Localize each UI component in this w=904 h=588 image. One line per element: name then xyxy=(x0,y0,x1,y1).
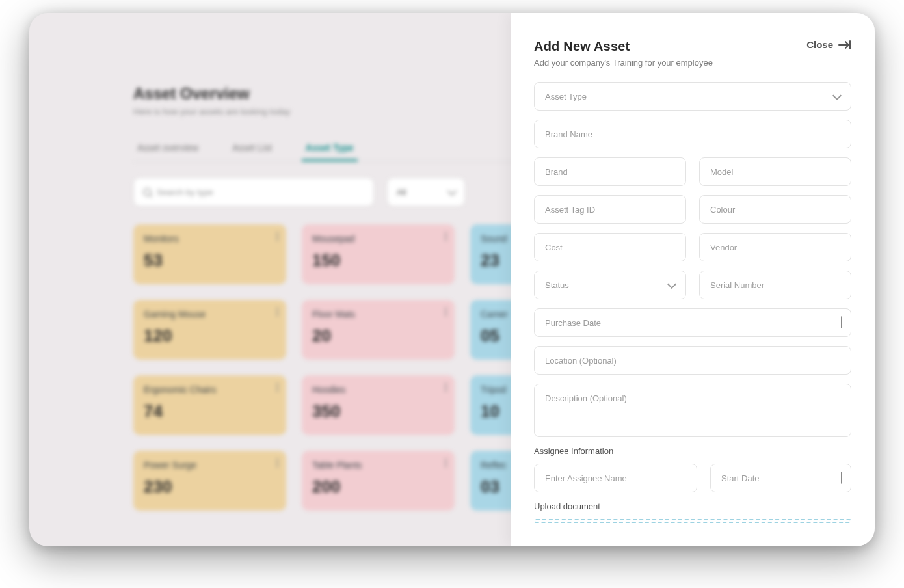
chevron-down-icon xyxy=(667,279,676,288)
brand-input[interactable] xyxy=(534,157,686,186)
colour-input[interactable] xyxy=(699,195,851,224)
card-label: Monitors xyxy=(144,234,276,244)
close-label: Close xyxy=(806,39,833,50)
more-icon[interactable] xyxy=(445,308,447,316)
asset-type-select[interactable]: Asset Type xyxy=(534,82,851,111)
filter-label: All xyxy=(397,187,406,197)
assignee-section-label: Assignee Information xyxy=(534,446,851,456)
model-input[interactable] xyxy=(699,157,851,186)
upload-dropzone[interactable] xyxy=(534,519,851,523)
card-value: 150 xyxy=(312,250,444,271)
tab-asset-list[interactable]: Asset List xyxy=(228,136,276,161)
add-asset-drawer: Add New Asset Close Add your company's T… xyxy=(511,13,875,546)
card-label: Mousepad xyxy=(312,234,444,244)
card-value: 350 xyxy=(312,401,444,421)
more-icon[interactable] xyxy=(276,383,278,392)
asset-type-card[interactable]: Mousepad150 xyxy=(302,224,455,284)
card-label: Hoodies xyxy=(312,384,444,395)
asset-type-card[interactable]: Hoodies350 xyxy=(302,375,455,435)
upload-section-label: Upload document xyxy=(534,501,851,511)
status-placeholder: Status xyxy=(545,280,569,290)
search-placeholder: Search by type xyxy=(157,187,213,197)
search-input[interactable]: Search by type xyxy=(133,178,374,206)
asset-type-card[interactable]: Gaming Mouse120 xyxy=(133,300,286,360)
location-input[interactable] xyxy=(534,346,851,375)
search-icon xyxy=(143,188,152,196)
card-value: 200 xyxy=(312,477,444,497)
tab-asset-type[interactable]: Asset Type xyxy=(302,136,358,161)
close-button[interactable]: Close xyxy=(806,39,851,50)
card-value: 20 xyxy=(312,326,444,346)
description-textarea[interactable] xyxy=(534,384,851,437)
serial-number-input[interactable] xyxy=(699,271,851,299)
asset-tag-input[interactable] xyxy=(534,195,686,224)
drawer-header: Add New Asset Close xyxy=(534,39,851,54)
card-value: 74 xyxy=(144,401,276,421)
card-label: Table Plants xyxy=(312,460,444,470)
brand-name-input[interactable] xyxy=(534,120,851,148)
card-label: Floor Mats xyxy=(312,309,444,319)
app-shell: Asset Overview Here is how your assets a… xyxy=(29,13,875,546)
assignee-name-input[interactable] xyxy=(534,464,697,492)
drawer-title: Add New Asset xyxy=(534,39,630,54)
more-icon[interactable] xyxy=(276,459,278,467)
card-value: 120 xyxy=(144,326,276,346)
card-value: 53 xyxy=(144,250,276,271)
start-date-input[interactable] xyxy=(710,464,851,492)
card-value: 230 xyxy=(144,477,276,497)
card-label: Power Surge xyxy=(144,460,276,470)
purchase-date-input[interactable] xyxy=(534,308,851,337)
arrow-right-icon xyxy=(838,40,851,49)
status-select[interactable]: Status xyxy=(534,271,686,299)
asset-type-card[interactable]: Monitors53 xyxy=(133,224,286,284)
more-icon[interactable] xyxy=(445,459,447,467)
card-label: Gaming Mouse xyxy=(144,309,276,319)
drawer-subtitle: Add your company's Training for your emp… xyxy=(534,58,851,68)
asset-type-card[interactable]: Ergonomic Chairs74 xyxy=(133,375,286,435)
more-icon[interactable] xyxy=(445,232,447,241)
chevron-down-icon xyxy=(832,90,842,100)
tab-asset-overview[interactable]: Asset overview xyxy=(133,136,202,161)
asset-type-card[interactable]: Floor Mats20 xyxy=(302,300,455,360)
asset-type-card[interactable]: Table Plants200 xyxy=(302,451,455,511)
vendor-input[interactable] xyxy=(699,233,851,261)
chevron-down-icon xyxy=(447,186,457,195)
more-icon[interactable] xyxy=(445,383,447,392)
filter-dropdown[interactable]: All xyxy=(387,178,465,206)
card-label: Ergonomic Chairs xyxy=(144,384,276,395)
more-icon[interactable] xyxy=(276,308,278,316)
more-icon[interactable] xyxy=(276,232,278,241)
calendar-icon xyxy=(841,472,842,484)
calendar-icon xyxy=(841,317,842,328)
cost-input[interactable] xyxy=(534,233,686,261)
asset-type-placeholder: Asset Type xyxy=(545,92,587,101)
asset-type-card[interactable]: Power Surge230 xyxy=(133,451,286,511)
